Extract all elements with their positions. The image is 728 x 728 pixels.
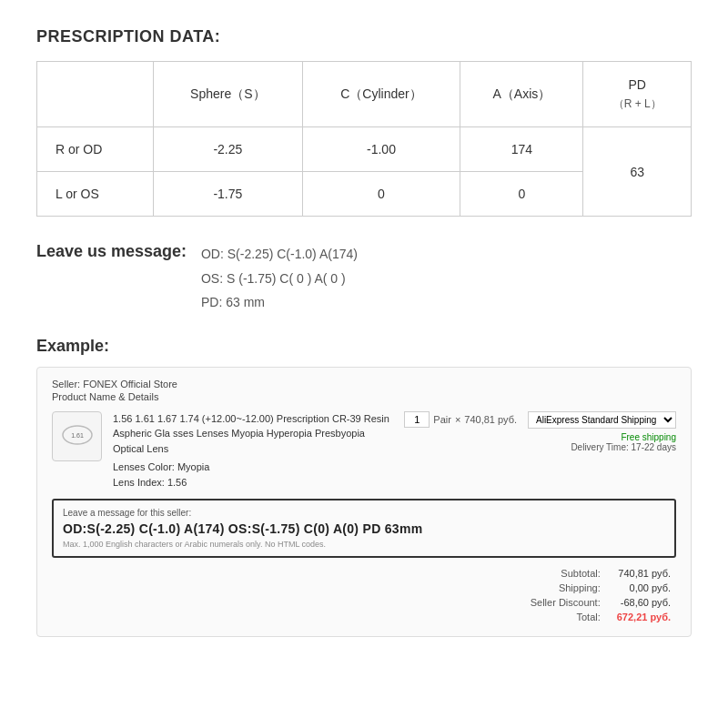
message-line-2: OS: S (-1.75) C( 0 ) A( 0 ) <box>201 267 358 291</box>
row-cylinder-os: 0 <box>302 172 460 217</box>
total-row: Total: 672,21 руб. <box>527 611 674 623</box>
seller-name: Seller: FONEX Official Store <box>52 379 676 389</box>
subtotal-value: 740,81 руб. <box>613 567 674 580</box>
discount-value: -68,60 руб. <box>613 596 674 609</box>
lens-color-value: Myopia <box>177 461 209 472</box>
row-label-os: L or OS <box>37 172 154 217</box>
total-value: 672,21 руб. <box>613 611 674 623</box>
col-header-sphere: Sphere（S） <box>154 62 302 127</box>
lens-color-row: Lenses Color: Myopia <box>113 460 393 475</box>
subtotal-row: Subtotal: 740,81 руб. <box>527 567 674 580</box>
col-header-axis: A（Axis） <box>460 62 583 127</box>
message-box-hint: Max. 1,000 English characters or Arabic … <box>63 540 665 549</box>
message-line-1: OD: S(-2.25) C(-1.0) A(174) <box>201 242 358 267</box>
order-summary: Subtotal: 740,81 руб. Shipping: 0,00 руб… <box>525 565 676 625</box>
example-title: Example: <box>36 337 692 356</box>
row-pd-combined: 63 <box>583 127 692 217</box>
lens-icon: 1.61 <box>59 417 96 456</box>
lens-index-row: Lens Index: 1.56 <box>113 475 393 490</box>
svg-text:1.61: 1.61 <box>71 432 84 439</box>
free-shipping: Free shipping <box>528 432 676 442</box>
product-label: Product Name & Details <box>52 391 676 402</box>
prescription-table: Sphere（S） C（Cylinder） A（Axis） PD （R + L）… <box>36 61 692 217</box>
discount-row: Seller Discount: -68,60 руб. <box>527 596 674 609</box>
shipping-select[interactable]: AliExpress Standard Shipping <box>528 411 676 429</box>
qty-input[interactable] <box>404 411 430 428</box>
pd-header-text: PD （R + L） <box>613 77 662 110</box>
message-box-text: OD:S(-2.25) C(-1.0) A(174) OS:S(-1.75) C… <box>63 521 665 536</box>
prescription-title: PRESCRIPTION DATA: <box>36 27 692 46</box>
row-label-od: R or OD <box>37 127 154 172</box>
col-header-empty <box>37 62 154 127</box>
shipping-section: AliExpress Standard Shipping Free shippi… <box>528 411 676 452</box>
discount-label: Seller Discount: <box>527 596 612 609</box>
example-section: Example: Seller: FONEX Official Store Pr… <box>36 337 692 638</box>
lens-color-label: Lenses Color: <box>113 461 175 472</box>
shipping-value: 0,00 руб. <box>613 581 674 594</box>
shipping-label: Shipping: <box>527 581 612 594</box>
row-axis-od: 174 <box>460 127 583 172</box>
row-sphere-od: -2.25 <box>154 127 302 172</box>
message-section: Leave us message: OD: S(-2.25) C(-1.0) A… <box>36 242 692 315</box>
row-cylinder-od: -1.00 <box>302 127 460 172</box>
total-label: Total: <box>527 611 612 623</box>
message-box-label: Leave a message for this seller: <box>63 508 665 518</box>
quantity-section: Pair × 740,81 руб. <box>404 411 517 428</box>
table-row-od: R or OD -2.25 -1.00 174 63 <box>37 127 692 172</box>
seller-message-box: Leave a message for this seller: OD:S(-2… <box>52 499 676 558</box>
row-sphere-os: -1.75 <box>154 172 302 217</box>
delivery-time: Delivery Time: 17-22 days <box>528 442 676 452</box>
price-value: 740,81 руб. <box>464 414 517 425</box>
shipping-row: Shipping: 0,00 руб. <box>527 581 674 594</box>
message-content: OD: S(-2.25) C(-1.0) A(174) OS: S (-1.75… <box>201 242 358 315</box>
product-details: 1.56 1.61 1.67 1.74 (+12.00~-12.00) Pres… <box>113 411 393 490</box>
subtotal-label: Subtotal: <box>527 567 612 580</box>
col-header-cylinder: C（Cylinder） <box>302 62 460 127</box>
message-title: Leave us message: <box>36 242 187 261</box>
product-row: 1.61 1.56 1.61 1.67 1.74 (+12.00~-12.00)… <box>52 411 676 490</box>
qty-row: Pair × 740,81 руб. <box>404 411 517 428</box>
col-header-pd: PD （R + L） <box>583 62 692 127</box>
lens-index-value: 1.56 <box>167 477 187 488</box>
product-image: 1.61 <box>52 411 102 461</box>
prescription-section: PRESCRIPTION DATA: Sphere（S） C（Cylinder）… <box>36 27 692 217</box>
row-axis-os: 0 <box>460 172 583 217</box>
qty-unit: Pair <box>433 414 451 425</box>
example-box: Seller: FONEX Official Store Product Nam… <box>36 367 692 638</box>
product-name: 1.56 1.61 1.67 1.74 (+12.00~-12.00) Pres… <box>113 411 393 457</box>
price-multiplier: × <box>455 414 460 425</box>
lens-index-label: Lens Index: <box>113 477 165 488</box>
message-line-3: PD: 63 mm <box>201 290 358 315</box>
